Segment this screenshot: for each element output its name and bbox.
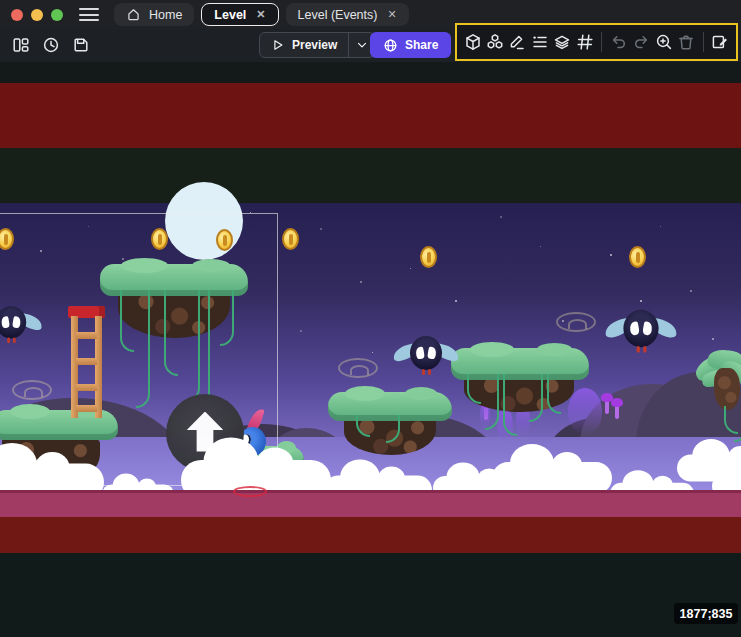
bat-foot [7,337,10,343]
star [320,228,322,230]
scene-top-red-band [0,83,741,148]
maximize-window-button[interactable] [51,9,63,21]
tab-label: Level (Events) [298,8,378,22]
scene-bottom-red-band [0,517,741,553]
toolbar-separator [703,32,704,52]
close-window-button[interactable] [11,9,23,21]
project-manager-button[interactable] [8,32,33,57]
cloud-sketch-doodle [338,358,378,378]
coin[interactable] [629,246,646,268]
editor-tools-highlight-box [455,23,738,61]
toolbar-separator [601,32,602,52]
cube-3d-button[interactable] [462,30,483,55]
bat-body [623,310,658,347]
redo-button [631,30,652,55]
bat-enemy[interactable] [609,310,673,358]
scene-bottom-dark-band [0,553,741,637]
instances-list-button[interactable] [529,30,550,55]
bat-foot [422,369,425,375]
star [640,300,642,302]
coin[interactable] [282,228,299,250]
tab-level-events-[interactable]: Level (Events)✕ [286,3,409,26]
share-button-label: Share [405,38,438,52]
tab-bar: HomeLevel✕Level (Events)✕ [114,3,409,26]
hanging-vine [529,374,543,422]
app-window: HomeLevel✕Level (Events)✕ Preview Share … [0,0,741,637]
globe-icon [383,38,398,53]
star [610,254,612,256]
history-button[interactable] [38,32,63,57]
cursor-coordinates-badge: 1877;835 [674,603,738,624]
tab-home[interactable]: Home [114,3,194,26]
tab-label: Level [214,8,246,22]
traffic-lights [11,9,63,21]
cloud-sketch-doodle [556,312,596,332]
bat-enemy[interactable] [0,306,39,348]
undo-button [608,30,629,55]
star [300,330,302,332]
close-tab-icon[interactable]: ✕ [387,8,396,21]
home-icon [126,7,141,22]
hanging-vine [547,374,561,414]
scene-top-dark-band [0,148,741,203]
coin[interactable] [216,229,233,251]
scene-editor-canvas[interactable]: 1877;835 [0,62,741,637]
star [455,300,457,302]
edit-pencil-button[interactable] [507,30,528,55]
star [690,290,692,292]
star [360,281,362,283]
star [712,338,714,340]
minimize-window-button[interactable] [31,9,43,21]
menu-icon[interactable] [79,8,99,21]
preview-button-label: Preview [292,38,337,52]
trash-button [675,30,696,55]
coin[interactable] [420,246,437,268]
hanging-vine [485,374,499,430]
coin[interactable] [151,228,168,250]
preview-button[interactable]: Preview [259,32,375,58]
scene-pink-band [0,490,741,517]
object-groups-button[interactable] [484,30,505,55]
zoom-in-button[interactable] [653,30,674,55]
toolbar-left-tools [8,32,93,57]
layers-button[interactable] [552,30,573,55]
hanging-vine [734,404,741,442]
toolbar: Preview Share [0,29,741,62]
tab-label: Home [149,8,182,22]
bat-foot [13,337,16,343]
star [500,216,502,218]
share-button[interactable]: Share [370,32,451,58]
glow-mushroom [615,405,619,419]
grid-button[interactable] [574,30,595,55]
bat-foot [428,369,431,375]
star [540,246,541,247]
bat-foot [637,346,640,353]
bat-enemy[interactable] [397,336,455,380]
bat-body [410,336,442,370]
save-button[interactable] [68,32,93,57]
edit-properties-button[interactable] [710,30,731,55]
glow-mushroom [605,400,609,414]
star [410,268,411,269]
chevron-down-icon [355,38,369,52]
star [372,352,373,353]
star [660,226,661,227]
hanging-vine [503,374,517,436]
bat-foot [643,346,646,353]
spawn-point-marker [233,486,267,497]
tab-level[interactable]: Level✕ [201,3,278,26]
play-icon [271,38,285,52]
close-tab-icon[interactable]: ✕ [256,8,265,21]
